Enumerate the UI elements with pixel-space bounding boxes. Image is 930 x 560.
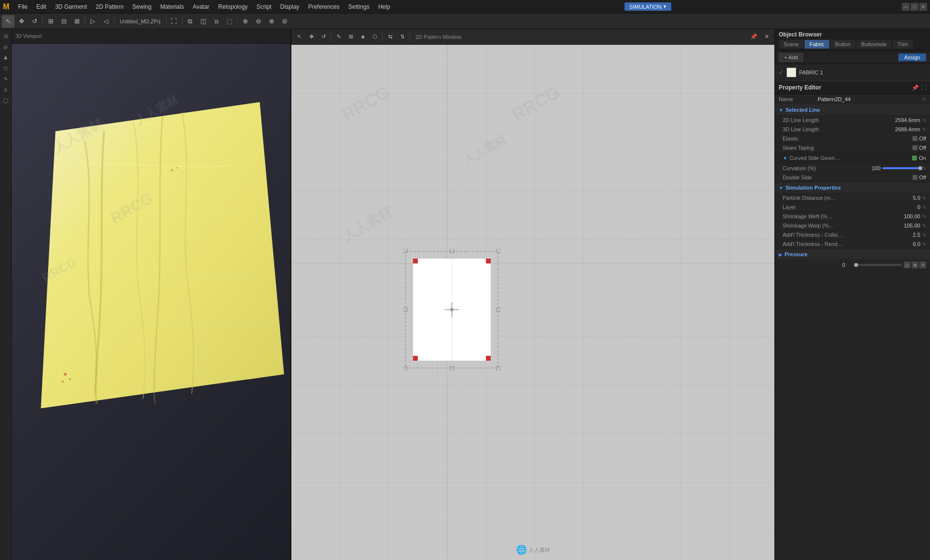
- menu-sewing[interactable]: Sewing: [128, 2, 155, 11]
- prop-toggle-elastic[interactable]: Off: [912, 136, 926, 141]
- prop-edit-thickness-rend[interactable]: ✎: [922, 242, 926, 247]
- pressure-section-header[interactable]: ▶ Pressure: [775, 249, 930, 260]
- lt-tool-5[interactable]: ♙: [1, 85, 11, 94]
- prop-label-particle: Particle Distance (m…: [783, 195, 881, 201]
- 2d-pin-btn[interactable]: 📌: [748, 31, 760, 43]
- tab-scene[interactable]: Scene: [779, 40, 804, 49]
- tool-4[interactable]: ⊟: [57, 15, 70, 28]
- menu-display[interactable]: Display: [276, 2, 303, 11]
- curvature-thumb[interactable]: [918, 166, 922, 170]
- menu-file[interactable]: File: [14, 2, 31, 11]
- prop-edit-particle[interactable]: ✎: [922, 195, 926, 201]
- prop-edit-layer[interactable]: ✎: [922, 205, 926, 210]
- prop-edit-thickness-coll[interactable]: ✎: [922, 232, 926, 238]
- assign-button[interactable]: Assign: [898, 53, 926, 61]
- tool-7[interactable]: ◁: [100, 15, 112, 28]
- menu-settings[interactable]: Settings: [344, 2, 373, 11]
- 2d-close-btn[interactable]: ✕: [761, 31, 772, 43]
- tool-16[interactable]: ⊘: [279, 15, 291, 28]
- 2d-tool-5[interactable]: ◈: [357, 31, 369, 43]
- viewport-3d[interactable]: 3D Viewport: [12, 29, 291, 560]
- menu-3d-garment[interactable]: 3D Garment: [51, 2, 90, 11]
- add-button[interactable]: + Add: [779, 53, 803, 62]
- main-toolbar: ↖ ✥ ↺ ⊞ ⊟ ⊠ ▷ ◁ Untitled_MD.ZPrj ⛶ ⧉ ◫ ⧈…: [0, 14, 930, 29]
- 2d-tool-4[interactable]: ⊞: [345, 31, 357, 43]
- tool-6[interactable]: ▷: [87, 15, 99, 28]
- menu-retopology[interactable]: Retopology: [215, 2, 252, 11]
- selected-line-section-header[interactable]: ▼ Selected Line: [775, 105, 930, 116]
- 2d-tool-8[interactable]: ⇅: [396, 31, 408, 43]
- pressure-expand-btn[interactable]: ⊞: [912, 262, 918, 268]
- name-edit-icon[interactable]: ✎: [922, 97, 926, 102]
- prop-edit-3d-line[interactable]: ✎: [922, 127, 926, 132]
- close-btn[interactable]: ✕: [919, 3, 927, 11]
- menu-script[interactable]: Script: [252, 2, 275, 11]
- lt-tool-0[interactable]: ⊡: [1, 31, 11, 41]
- tool-10[interactable]: ◫: [197, 15, 210, 28]
- lt-tool-4[interactable]: ✎: [1, 74, 11, 84]
- 2d-tool-1[interactable]: ✥: [305, 31, 317, 43]
- pattern-piece-container[interactable]: [403, 249, 501, 371]
- lt-tool-1[interactable]: ◎: [1, 42, 11, 52]
- fabric-item-0[interactable]: ✓ FABRIC 1: [777, 66, 928, 79]
- simulation-properties-header[interactable]: ▼ Simulation Properties: [775, 182, 930, 193]
- tab-buttonhole[interactable]: Buttonhole: [857, 40, 892, 49]
- tool-9[interactable]: ⧉: [184, 15, 197, 28]
- lt-tool-3[interactable]: ⬡: [1, 63, 11, 73]
- menu-help[interactable]: Help: [374, 2, 394, 11]
- pressure-collapse-btn[interactable]: ◫: [904, 262, 911, 268]
- bottom-center-icon: 🌐 人人素材: [516, 544, 550, 555]
- 2d-tool-0[interactable]: ↖: [293, 31, 305, 43]
- tab-button[interactable]: Button: [830, 40, 856, 49]
- tab-trim[interactable]: Trim: [893, 40, 913, 49]
- menu-avatar[interactable]: Avatar: [189, 2, 213, 11]
- maximize-btn[interactable]: □: [911, 3, 918, 11]
- prop-editor-pin-icon[interactable]: 📌: [912, 85, 919, 91]
- svg-rect-18: [403, 367, 407, 370]
- prop-edit-2d-line[interactable]: ✎: [922, 118, 926, 123]
- curvature-slider[interactable]: [882, 167, 920, 169]
- tool-3[interactable]: ⊞: [44, 15, 57, 28]
- 2d-tool-3[interactable]: ✎: [333, 31, 344, 43]
- pattern-grid-area[interactable]: RRCG 人人素材 人人素材 RRCG: [291, 45, 774, 560]
- curved-side-header[interactable]: ▼ Curved Side Geom… On: [775, 153, 930, 164]
- svg-rect-9: [291, 45, 774, 560]
- prop-editor-expand-icon[interactable]: ⛶: [921, 85, 926, 91]
- tab-fabric[interactable]: Fabric: [805, 40, 829, 49]
- 2d-tool-7[interactable]: ⇆: [384, 31, 396, 43]
- menu-preferences[interactable]: Preferences: [304, 2, 343, 11]
- select-tool[interactable]: ↖: [2, 15, 15, 28]
- double-side-toggle[interactable]: Off: [912, 175, 926, 180]
- 2d-tool-6[interactable]: ⬡: [369, 31, 381, 43]
- pressure-thumb[interactable]: [854, 263, 858, 267]
- pressure-reset-btn[interactable]: ↺: [919, 262, 926, 268]
- tool-11[interactable]: ⧈: [210, 15, 223, 28]
- rotate-tool[interactable]: ↺: [28, 15, 41, 28]
- lt-tool-6[interactable]: ◯: [1, 95, 11, 105]
- prop-edit-shrinkage-warp[interactable]: ✎: [922, 223, 926, 228]
- tool-expand[interactable]: ⛶: [168, 15, 180, 28]
- prop-label-elastic: Elastic: [783, 136, 912, 141]
- prop-value-shrinkage-warp: 105.00: [881, 223, 920, 228]
- prop-value-shrinkage-weft: 100.00: [881, 213, 920, 219]
- wm-2d-3: 人人素材: [339, 203, 395, 246]
- prop-edit-shrinkage-weft[interactable]: ✎: [922, 214, 926, 219]
- move-tool[interactable]: ✥: [15, 15, 28, 28]
- prop-toggle-seam-taping[interactable]: Off: [912, 145, 926, 151]
- 2d-tool-2[interactable]: ↺: [318, 31, 329, 43]
- curved-side-toggle[interactable]: On: [912, 155, 926, 161]
- tool-12[interactable]: ⬚: [223, 15, 236, 28]
- menu-edit[interactable]: Edit: [33, 2, 51, 11]
- lt-tool-2[interactable]: ♟: [1, 52, 11, 62]
- tool-13[interactable]: ⊕: [239, 15, 252, 28]
- tool-15[interactable]: ⊗: [266, 15, 278, 28]
- menu-materials[interactable]: Materials: [156, 2, 188, 11]
- tool-5[interactable]: ⊠: [71, 15, 83, 28]
- prop-edit-curvature[interactable]: ✎: [922, 166, 926, 171]
- viewport-2d[interactable]: ↖ ✥ ↺ ✎ ⊞ ◈ ⬡ ⇆ ⇅ 2D Pattern Window 📌 ✕: [291, 29, 774, 560]
- pressure-slider[interactable]: [854, 264, 902, 266]
- tool-14[interactable]: ⊖: [252, 15, 265, 28]
- menu-2d-pattern[interactable]: 2D Pattern: [92, 2, 127, 11]
- minimize-btn[interactable]: ─: [902, 3, 910, 11]
- prop-value-2d-line: 2594.6mm: [881, 117, 920, 123]
